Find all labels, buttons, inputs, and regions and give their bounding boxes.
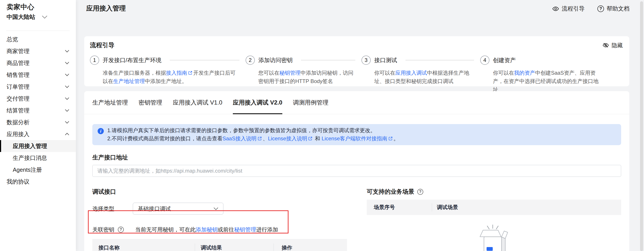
key-mgmt-link[interactable]: 秘钥管理 [280, 70, 300, 76]
key-association-row: 关联密钥 ? 当前无可用秘钥，可在此添加秘钥或前往秘钥管理进行添加 [92, 226, 347, 233]
sidebar-item-delivery-mgmt[interactable]: 交付管理 [0, 93, 76, 105]
tab-prod-address-mgmt[interactable]: 生产地址管理 [92, 91, 128, 114]
debug-title: 调试接口 [92, 188, 347, 196]
empty-box-icon [470, 224, 518, 251]
sidebar-subitem-label: Agents注册 [13, 166, 42, 174]
sidebar-nav: 总览 商家管理 商品管理 销售管理 订单管理 交付管理 结算管理 数据分析 [0, 33, 76, 188]
region-label: 中国大陆站 [6, 13, 35, 21]
help-doc-link[interactable]: ? 帮助文档 [598, 5, 630, 12]
column-header-debug-scenario: 调试场景 [432, 200, 621, 215]
process-guide-label: 流程引导 [562, 5, 585, 12]
hide-guide-label: 隐藏 [612, 42, 623, 49]
sidebar-item-app-access-mgmt[interactable]: 应用接入管理 [0, 140, 76, 152]
saas-access-doc-link[interactable]: SaaS接入说明 [222, 136, 256, 141]
banner-text: 、 [263, 136, 268, 141]
chevron-down-icon [65, 97, 69, 100]
sidebar-item-merchant-mgmt[interactable]: 商家管理 [0, 45, 76, 57]
sidebar-item-label: 商品管理 [6, 59, 30, 67]
page-scrollbar[interactable] [640, 0, 643, 251]
chevron-down-icon [65, 85, 69, 88]
key-message-text: 或前往 [218, 227, 234, 233]
sidebar-item-prod-interface-msg[interactable]: 生产接口消息 [0, 152, 76, 164]
key-message-text: 进行添加 [256, 227, 278, 233]
banner-line-2: 2.不同计费模式商品所需对接的接口，请点击查看SaaS接入说明、License接… [107, 134, 399, 143]
step-desc-text: 您可以在 [258, 70, 280, 76]
my-assets-link[interactable]: 我的资产 [514, 70, 535, 76]
sidebar-item-sales-mgmt[interactable]: 销售管理 [0, 69, 76, 81]
hide-guide-button[interactable]: 隐藏 [602, 42, 623, 49]
banner-text: 。 [394, 136, 399, 141]
sidebar-item-settlement-mgmt[interactable]: 结算管理 [0, 105, 76, 116]
license-client-doc-link[interactable]: License客户端软件对接指南 [322, 136, 388, 141]
tab-label: 应用接入调试 V1.0 [173, 99, 222, 106]
empty-state-illustration [367, 224, 621, 251]
external-link-icon [188, 70, 192, 75]
column-header-debug-result: 调试结果 [195, 239, 274, 251]
sidebar-item-data-analysis[interactable]: 数据分析 [0, 116, 76, 128]
key-label: 关联密钥 [92, 226, 114, 233]
tab-label: 应用接入调试 V2.0 [233, 99, 282, 106]
sidebar-item-app-access[interactable]: 应用接入 [0, 128, 76, 140]
prod-address-mgmt-link[interactable]: 生产地址管理 [113, 78, 145, 84]
step-number-badge: 2 [246, 55, 255, 65]
banner-text: 2.不同计费模式商品所需对接的接口，请点击查看 [107, 136, 222, 141]
access-guide-link[interactable]: 接入指南 [166, 70, 187, 76]
process-guide-toggle[interactable]: 流程引导 [552, 5, 585, 12]
step-title: 开发接口/布置生产环境 [103, 56, 162, 64]
type-select-label: 选择类型 [92, 205, 133, 212]
scenarios-title: 可支持的业务场景 [367, 188, 414, 196]
app-debug-link[interactable]: 应用接入调试 [395, 70, 427, 76]
brand-title: 卖家中心 [6, 2, 70, 12]
scenarios-section: 可支持的业务场景 ? 场景序号 调试场景 [367, 188, 621, 251]
scrollbar-thumb[interactable] [640, 1, 643, 251]
chevron-down-icon [65, 109, 69, 112]
step-connector-line [406, 60, 474, 60]
sidebar-item-label: 交付管理 [6, 95, 30, 103]
chevron-down-icon [65, 74, 69, 76]
tab-app-debug-v1[interactable]: 应用接入调试 V1.0 [173, 91, 222, 114]
step-desc-text: 你可以在 [374, 70, 395, 76]
sidebar-item-product-mgmt[interactable]: 商品管理 [0, 57, 76, 69]
sidebar-subitem-label: 生产接口消息 [13, 154, 47, 162]
step-title: 添加访问密钥 [258, 56, 293, 64]
sidebar-item-my-agreements[interactable]: 我的协议 [0, 176, 76, 188]
sidebar-item-label: 应用接入 [6, 130, 30, 138]
add-key-link[interactable]: 添加秘钥 [196, 227, 218, 233]
interfaces-table-header: 接口名称 调试结果 操作 [92, 239, 347, 251]
step-desc-text: 中添加生产地址。 [145, 78, 187, 84]
sidebar-item-label: 结算管理 [6, 107, 30, 114]
tab-test-case-mgmt[interactable]: 调测用例管理 [293, 91, 328, 114]
step-desc-text: 你可以在 [493, 70, 514, 76]
step-number-badge: 4 [480, 55, 490, 65]
sidebar-subitem-label: 应用接入管理 [13, 142, 47, 150]
info-icon: i [98, 128, 104, 134]
key-message: 当前无可用秘钥，可在此添加秘钥或前往秘钥管理进行添加 [135, 226, 278, 233]
tab-key-mgmt[interactable]: 密钥管理 [138, 91, 162, 114]
question-circle-icon[interactable]: ? [417, 189, 423, 195]
sidebar-item-label: 订单管理 [6, 83, 30, 91]
guide-step-1: 1 开发接口/布置生产环境 准备生产接口服务器，根据接入指南开发生产接口后可以在… [90, 55, 246, 94]
question-circle-icon: ? [598, 5, 604, 12]
tab-label: 密钥管理 [138, 99, 162, 106]
license-access-doc-link[interactable]: License接入说明 [268, 136, 308, 141]
question-circle-icon[interactable]: ? [118, 227, 124, 233]
sidebar-item-order-mgmt[interactable]: 订单管理 [0, 81, 76, 93]
key-message-text: 当前无可用秘钥，可在此 [135, 227, 196, 233]
prod-address-input[interactable] [92, 165, 621, 177]
scenarios-table-header: 场景序号 调试场景 [367, 200, 621, 215]
chevron-down-icon [42, 15, 48, 19]
debug-type-select[interactable]: 基础接口调试 [133, 203, 224, 215]
tab-app-debug-v2[interactable]: 应用接入调试 V2.0 [233, 91, 282, 114]
region-selector[interactable]: 中国大陆站 [6, 13, 70, 21]
key-mgmt-link[interactable]: 秘钥管理 [234, 227, 256, 233]
external-link-icon [388, 136, 393, 141]
external-link-icon [257, 136, 262, 141]
eye-off-icon [602, 42, 609, 48]
step-description: 你可以在应用接入调试中根据选择生产地址、接口类型和秘钥完成接口调试 [374, 69, 472, 85]
sidebar-item-overview[interactable]: 总览 [0, 33, 76, 45]
sidebar-item-agents-register[interactable]: Agents注册 [0, 164, 76, 176]
sidebar-item-label: 销售管理 [6, 71, 30, 79]
debug-section: 调试接口 选择类型 基础接口调试 关联密钥 ? 当前无可用秘钥，可在此添加秘钥或… [92, 188, 347, 251]
step-description: 你可以在我的资产中创建SaaS资产、应用资产，在资产中选择已经调试成功的生产接口… [493, 69, 602, 94]
process-guide-panel: 流程引导 隐藏 1 开发接口/布置生产环境 准备生产接口服务器，根据接入指南开发… [84, 36, 629, 86]
